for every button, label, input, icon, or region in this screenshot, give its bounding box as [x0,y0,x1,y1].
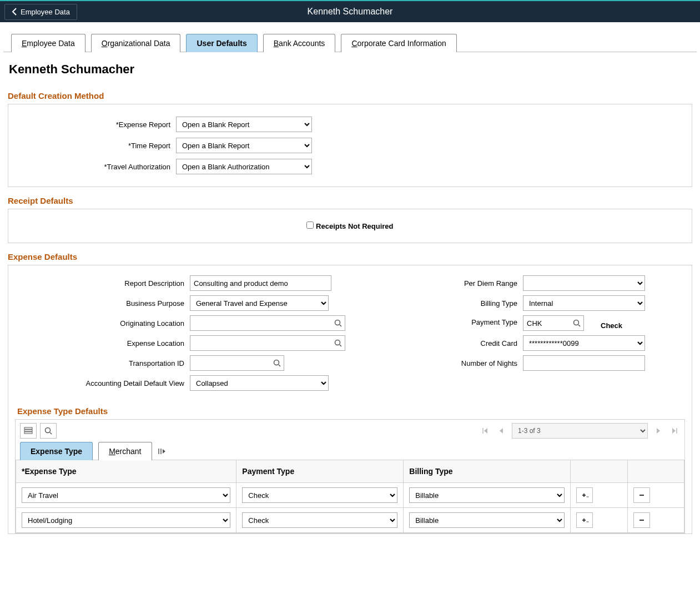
expense-defaults-box: Report Description Business Purpose Gene… [8,265,692,534]
tab-organizational-data[interactable]: Organizational Data [91,34,181,52]
col-payment-type[interactable]: Payment Type [236,460,404,483]
report-desc-input[interactable] [190,275,331,291]
svg-rect-9 [24,430,32,431]
pager-first-button[interactable] [480,425,491,436]
svg-point-25 [588,521,589,522]
grid-search-button[interactable] [40,423,57,439]
receipt-defaults-box: Receipts Not Required [8,209,692,243]
grid-icon [24,427,33,435]
time-report-label: *Time Report [15,142,176,150]
pager-prev-button[interactable] [496,425,506,436]
svg-point-19 [587,496,588,497]
receipts-not-required-checkbox[interactable] [306,221,314,229]
travel-auth-select[interactable]: Open a Blank Authorization [176,159,312,174]
plus-icon [580,492,589,499]
exp-loc-label: Expense Location [15,339,190,348]
svg-point-20 [588,496,589,497]
payment-type-input[interactable] [523,315,584,331]
orig-loc-label: Originating Location [15,319,190,328]
row-expense-type-select[interactable]: Hotel/Lodging [22,512,230,528]
business-purpose-label: Business Purpose [15,299,190,308]
nights-label: Number of Nights [367,359,523,368]
billing-type-label: Billing Type [367,299,523,308]
tab-employee-data[interactable]: Employee Data [11,34,85,52]
trans-id-input[interactable] [190,355,284,371]
svg-point-11 [46,428,51,433]
svg-rect-10 [24,432,32,434]
payment-type-label: Payment Type [367,315,523,326]
credit-card-select[interactable]: ************0099 [523,335,645,351]
sub-tab-merchant[interactable]: Merchant [98,442,152,460]
svg-line-12 [50,432,52,434]
remove-row-button[interactable] [633,487,650,503]
first-page-icon [482,427,489,434]
minus-icon [638,517,646,523]
pager-last-button[interactable] [669,425,680,436]
add-row-button[interactable] [576,487,593,503]
tab-corporate-card[interactable]: Corporate Card Information [341,34,456,52]
prev-page-icon [498,427,504,434]
expense-type-grid: 1-3 of 3 Expense Type Merchant [15,419,685,533]
pager-next-button[interactable] [653,425,663,436]
acct-view-select[interactable]: Collapsed [190,375,329,391]
row-payment-type-select[interactable]: Check [242,512,397,528]
back-button[interactable]: Employee Data [4,4,77,20]
svg-rect-8 [24,427,32,429]
orig-loc-input[interactable] [190,315,345,331]
per-diem-select[interactable] [523,275,645,291]
plus-icon [580,517,589,523]
receipts-not-required-label[interactable]: Receipts Not Required [316,222,393,230]
sub-tab-expense-type[interactable]: Expense Type [20,442,93,460]
remove-row-button[interactable] [633,512,650,528]
section-title-expense-type-defaults: Expense Type Defaults [15,395,685,419]
pager-range-select[interactable]: 1-3 of 3 [512,423,648,439]
page-header-title: Kenneth Schumacher [0,7,700,17]
next-page-icon [656,427,661,434]
row-expense-type-select[interactable]: Air Travel [22,487,230,503]
row-billing-type-select[interactable]: Billable [409,512,565,528]
section-title-expense-defaults: Expense Defaults [3,243,697,265]
grid-action-button[interactable] [20,423,37,439]
row-payment-type-select[interactable]: Check [242,487,397,503]
payment-type-desc: Check [601,321,622,330]
col-add [571,460,627,483]
last-page-icon [671,427,678,434]
page-title: Kenneth Schumacher [3,52,697,82]
billing-type-select[interactable]: Internal [523,295,645,311]
business-purpose-select[interactable]: General Travel and Expense [190,295,329,311]
top-bar: Employee Data Kenneth Schumacher [0,0,700,22]
tab-bank-accounts[interactable]: Bank Accounts [263,34,336,52]
add-row-button[interactable] [576,512,593,528]
tab-user-defaults[interactable]: User Defaults [186,34,257,52]
travel-auth-label: *Travel Authorization [15,163,176,171]
table-row: Hotel/Lodging Check Billable [16,508,684,533]
expense-report-select[interactable]: Open a Blank Report [176,117,312,132]
acct-view-label: Accounting Detail Default View [15,379,190,387]
trans-id-label: Transportation ID [15,359,190,368]
col-billing-type[interactable]: Billing Type [404,460,571,483]
back-button-label: Employee Data [21,8,70,16]
chevron-left-icon [12,8,17,16]
per-diem-label: Per Diem Range [367,279,523,288]
exp-loc-input[interactable] [190,335,345,351]
table-row: Air Travel Check Billable [16,483,684,508]
nights-input[interactable] [523,355,645,371]
expense-report-label: *Expense Report [15,120,176,129]
row-billing-type-select[interactable]: Billable [409,487,565,503]
default-creation-box: *Expense Report Open a Blank Report *Tim… [8,104,692,187]
main-tabs: Employee Data Organizational Data User D… [3,22,697,52]
col-expense-type[interactable]: *Expense Type [16,460,236,483]
search-icon [44,427,52,435]
section-title-receipt-defaults: Receipt Defaults [3,187,697,209]
expand-all-icon[interactable] [158,448,167,455]
time-report-select[interactable]: Open a Blank Report [176,138,312,153]
svg-point-24 [587,521,588,522]
credit-card-label: Credit Card [367,339,523,348]
section-title-default-creation: Default Creation Method [3,82,697,104]
col-remove [627,460,684,483]
minus-icon [638,492,646,499]
report-desc-label: Report Description [15,279,190,288]
